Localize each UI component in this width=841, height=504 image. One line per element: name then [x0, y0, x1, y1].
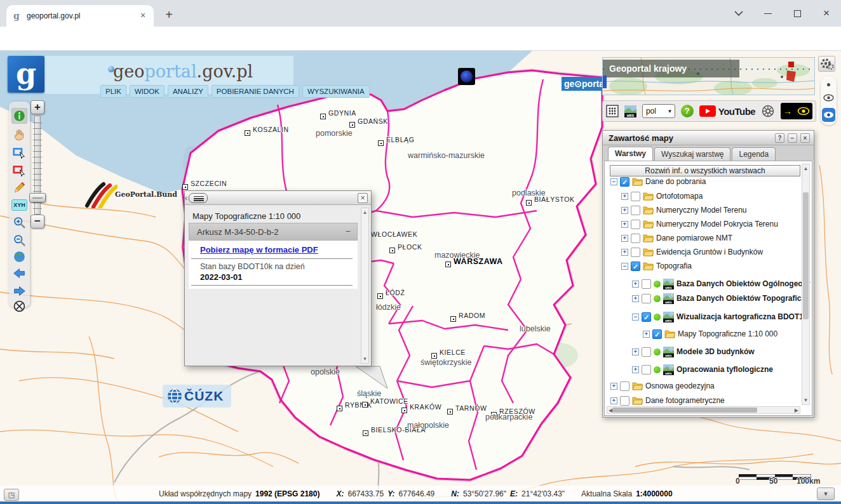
- popup-scrollbar[interactable]: ▲ ▼: [361, 208, 369, 364]
- layer-label[interactable]: Numeryczny Model Pokrycia Terenu: [656, 220, 778, 229]
- layer-label[interactable]: Ortofotomapa: [656, 192, 703, 201]
- layer-checkbox[interactable]: [631, 234, 640, 243]
- layer-checkbox[interactable]: [620, 381, 629, 391]
- layer-label[interactable]: Opracowania tyflologiczne: [676, 365, 773, 374]
- layer-label[interactable]: Topografia: [656, 262, 692, 270]
- popup-close-icon[interactable]: ×: [358, 193, 368, 203]
- layer-checkbox[interactable]: [631, 206, 640, 215]
- layer-checkbox[interactable]: ✓: [652, 329, 662, 339]
- map-settings-gears-button[interactable]: [818, 56, 835, 72]
- grid-legend-icon[interactable]: [606, 105, 619, 117]
- tree-expand-toggle[interactable]: −: [610, 178, 617, 185]
- active-eye-button[interactable]: [822, 108, 835, 122]
- scroll-up-icon[interactable]: ▲: [361, 209, 368, 215]
- window-close-icon[interactable]: ×: [812, 0, 841, 27]
- layer-checkbox[interactable]: [631, 220, 640, 229]
- tree-expand-toggle[interactable]: +: [621, 193, 628, 200]
- menu-plik[interactable]: PLIK: [100, 85, 126, 98]
- tab-legenda[interactable]: Legenda: [732, 147, 776, 161]
- layer-label[interactable]: Dane do pobrania: [645, 177, 706, 186]
- layer-label[interactable]: Mapy Topograficzne 1:10 000: [678, 329, 777, 338]
- new-tab-button[interactable]: +: [160, 6, 178, 24]
- wms-icon[interactable]: wms: [624, 105, 636, 117]
- tree-vertical-scrollbar[interactable]: ▲ ▼: [802, 164, 810, 405]
- scroll-down-icon[interactable]: ▼: [802, 397, 809, 403]
- tree-expand-toggle[interactable]: +: [632, 348, 639, 355]
- menu-wyszukiwania[interactable]: WYSZUKIWANIA: [302, 85, 370, 98]
- scroll-down-icon[interactable]: ▼: [361, 356, 368, 362]
- layer-checkbox[interactable]: ✓: [631, 262, 640, 271]
- panel-header[interactable]: Zawartość mapy ? − ×: [603, 131, 814, 145]
- layer-label[interactable]: Modele 3D budynków: [676, 347, 755, 356]
- tree-expand-toggle[interactable]: +: [632, 281, 639, 288]
- tree-expand-toggle[interactable]: +: [621, 235, 628, 242]
- tree-expand-toggle[interactable]: +: [621, 207, 628, 214]
- tree-expand-toggle[interactable]: +: [632, 295, 639, 302]
- results-list-button[interactable]: [189, 193, 208, 203]
- layer-label[interactable]: Dane pomiarowe NMT: [656, 234, 732, 242]
- eye-icon[interactable]: [823, 93, 834, 104]
- layer-checkbox[interactable]: ✓: [642, 312, 651, 322]
- language-select[interactable]: pol▾: [642, 104, 675, 118]
- scrollbar-thumb[interactable]: [612, 408, 757, 413]
- section-collapse-icon[interactable]: −: [346, 226, 351, 236]
- window-minimize-icon[interactable]: [753, 0, 783, 27]
- youtube-link[interactable]: YouTube: [699, 105, 755, 117]
- layer-checkbox[interactable]: [620, 396, 629, 406]
- measure-pencil-tool[interactable]: [11, 180, 27, 196]
- layer-label[interactable]: Wizualizacja kartograficzna BDOT10: [676, 312, 808, 321]
- layer-label[interactable]: Osnowa geodezyjna: [645, 381, 715, 390]
- zoom-slider-handle[interactable]: [29, 193, 46, 202]
- browser-tab[interactable]: g geoportal.gov.pl ×: [6, 5, 154, 27]
- tree-expand-toggle[interactable]: −: [621, 263, 628, 270]
- layer-label[interactable]: Numeryczny Model Terenu: [656, 206, 747, 215]
- layer-checkbox[interactable]: [631, 192, 640, 201]
- contrast-eye-toggle[interactable]: →: [781, 103, 812, 119]
- wheel-icon[interactable]: [761, 104, 775, 118]
- panel-minimize-icon[interactable]: −: [788, 133, 797, 143]
- scroll-right-icon[interactable]: ▶: [795, 408, 798, 413]
- full-extent-tool[interactable]: [11, 249, 27, 265]
- dot-icon[interactable]: [827, 83, 830, 86]
- zoom-in-tool[interactable]: [11, 215, 27, 230]
- menu-pobieranie-danych[interactable]: POBIERANIE DANYCH: [212, 85, 299, 98]
- help-button[interactable]: ?: [681, 105, 694, 117]
- zoom-out-button[interactable]: −: [30, 215, 44, 229]
- zoom-out-tool[interactable]: [11, 232, 27, 248]
- scroll-up-icon[interactable]: ▲: [802, 166, 809, 171]
- pan-tool[interactable]: [11, 127, 27, 143]
- panel-help-icon[interactable]: ?: [775, 133, 784, 143]
- tree-expand-toggle[interactable]: −: [632, 314, 639, 321]
- tree-expand-toggle[interactable]: +: [610, 383, 617, 390]
- tree-expand-toggle[interactable]: +: [643, 331, 650, 338]
- scrollbar-thumb[interactable]: [803, 192, 809, 319]
- previous-view-tool[interactable]: [11, 265, 27, 281]
- tree-expand-toggle[interactable]: +: [632, 366, 639, 373]
- layer-checkbox[interactable]: [642, 365, 651, 375]
- layer-label[interactable]: Ewidencja Gruntów i Budynków: [656, 248, 763, 256]
- popup-titlebar[interactable]: ×: [185, 191, 371, 205]
- clear-selection-tool[interactable]: [11, 298, 27, 314]
- layer-label[interactable]: Baza Danych Obiektów Topograficzn: [676, 294, 810, 303]
- tree-expand-toggle[interactable]: +: [621, 249, 628, 256]
- select-rect-blue-tool[interactable]: [11, 145, 27, 161]
- overview-map[interactable]: Geoportal krajowy: [602, 57, 815, 95]
- tree-expand-toggle[interactable]: +: [610, 397, 617, 404]
- layer-label[interactable]: Baza Danych Obiektów Ogólnogeogr: [676, 279, 811, 288]
- panel-close-icon[interactable]: ×: [800, 133, 810, 143]
- layer-checkbox[interactable]: [642, 347, 651, 357]
- layer-checkbox[interactable]: [642, 279, 651, 289]
- statusbar-dropdown-button[interactable]: ▼: [817, 487, 835, 500]
- download-pdf-link[interactable]: Pobierz mapę w formacie PDF: [200, 245, 318, 255]
- layer-checkbox[interactable]: [642, 294, 651, 303]
- zoom-in-button[interactable]: +: [30, 100, 44, 114]
- map-viewport[interactable]: GDYNIAGDAŃSKKOSZALINELBLĄGSZCZECINBIAŁYS…: [0, 51, 841, 501]
- tree-expand-toggle[interactable]: +: [621, 221, 628, 228]
- info-tool[interactable]: [11, 108, 27, 124]
- window-maximize-icon[interactable]: [783, 0, 812, 27]
- sheet-section-header[interactable]: Arkusz M-34-50-D-b-2 −: [189, 223, 358, 241]
- menu-analizy[interactable]: ANALIZY: [168, 85, 208, 98]
- tab-wyszukaj-warstwę[interactable]: Wyszukaj warstwę: [654, 147, 731, 161]
- tree-horizontal-scrollbar[interactable]: ◀ ▶: [607, 406, 800, 414]
- tab-close-icon[interactable]: ×: [137, 10, 149, 22]
